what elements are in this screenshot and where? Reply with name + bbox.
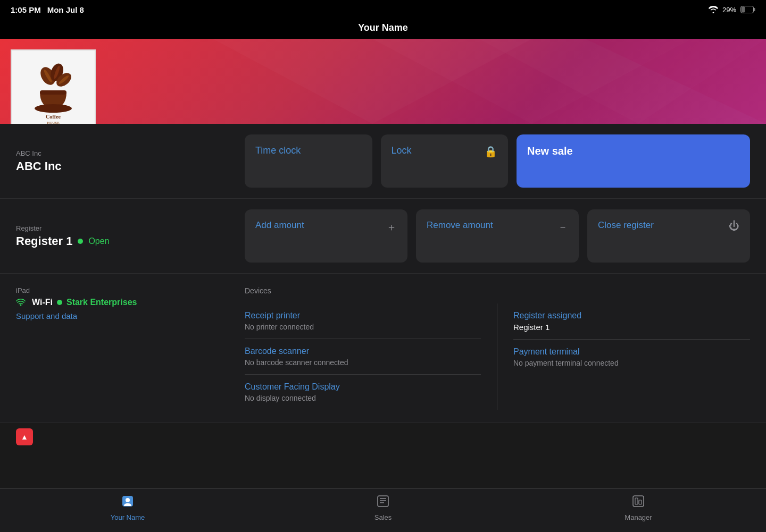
barcode-scanner-status: No barcode scanner connected: [245, 358, 481, 367]
customer-display-name[interactable]: Customer Facing Display: [245, 382, 481, 392]
action-tiles: Time clock Lock 🔒 New sale: [245, 134, 750, 188]
ipad-label: iPad: [16, 286, 229, 294]
nav-sales-label: Sales: [374, 513, 392, 521]
svg-rect-26: [639, 500, 642, 504]
svg-rect-20: [378, 496, 388, 506]
register-label: Register: [16, 224, 229, 232]
register-name-row: Register 1 Open: [16, 234, 229, 248]
devices-title: Devices: [245, 286, 750, 295]
nav-manager-label: Manager: [625, 513, 652, 521]
partial-bottom-item: ▲: [0, 423, 766, 451]
svg-point-15: [35, 104, 72, 113]
customer-display-item: Customer Facing Display No display conne…: [245, 375, 481, 410]
time-clock-tile[interactable]: Time clock: [245, 134, 372, 188]
wifi-row: Wi-Fi Stark Enterprises: [16, 298, 229, 307]
register-status-open: Open: [88, 237, 109, 246]
devices-grid: Devices Receipt printer No printer conne…: [245, 286, 750, 410]
wifi-status-icon: [16, 299, 26, 306]
register-tiles: Add amount ＋ Remove amount － Close regis…: [245, 209, 750, 263]
business-logo: Coffee HOUSE: [11, 49, 96, 124]
svg-rect-14: [40, 90, 66, 95]
nav-manager[interactable]: Manager: [511, 494, 766, 521]
devices-columns: Receipt printer No printer connected Bar…: [245, 303, 750, 410]
remove-amount-tile[interactable]: Remove amount －: [416, 209, 579, 263]
svg-rect-1: [754, 8, 755, 11]
register-assigned-name[interactable]: Register assigned: [513, 311, 750, 320]
business-label: ABC Inc: [16, 149, 229, 157]
svg-text:Coffee: Coffee: [46, 114, 61, 120]
register-status-dot: [78, 239, 83, 244]
battery-percent: 29%: [722, 6, 736, 14]
register-name: Register 1: [16, 234, 72, 248]
banner: Coffee HOUSE: [0, 39, 766, 124]
your-name-icon: [121, 494, 135, 511]
receipt-printer-status: No printer connected: [245, 323, 481, 331]
svg-rect-24: [633, 496, 644, 506]
close-register-tile[interactable]: Close register ⏻: [587, 209, 750, 263]
bottom-nav: Your Name Sales Manager: [0, 488, 766, 532]
add-amount-label: Add amount: [255, 220, 304, 231]
status-icons: 29%: [709, 6, 755, 14]
customer-display-status: No display connected: [245, 394, 481, 402]
close-register-label: Close register: [598, 220, 654, 231]
coffee-logo-svg: Coffee HOUSE: [19, 57, 88, 124]
devices-left-col: Receipt printer No printer connected Bar…: [245, 303, 497, 410]
manager-icon: [631, 494, 645, 511]
register-section: Register Register 1 Open Add amount ＋ Re…: [0, 199, 766, 274]
support-link[interactable]: Support and data: [16, 311, 229, 320]
receipt-printer-name[interactable]: Receipt printer: [245, 311, 481, 320]
payment-terminal-name[interactable]: Payment terminal: [513, 347, 750, 357]
nav-your-name[interactable]: Your Name: [0, 494, 255, 521]
business-info: ABC Inc ABC Inc: [16, 149, 229, 173]
status-bar: 1:05 PM Mon Jul 8 29%: [0, 0, 766, 19]
barcode-scanner-name[interactable]: Barcode scanner: [245, 347, 481, 356]
time-clock-label: Time clock: [255, 145, 301, 156]
ipad-info: iPad Wi-Fi Stark Enterprises Support and…: [16, 286, 229, 410]
register-assigned-value: Register 1: [513, 323, 750, 332]
lock-tile[interactable]: Lock 🔒: [381, 134, 509, 188]
lock-label: Lock: [392, 145, 412, 156]
status-date: Mon Jul 8: [47, 5, 84, 14]
payment-terminal-status: No payment terminal connected: [513, 359, 750, 367]
sales-icon: [376, 494, 390, 511]
page-title: Your Name: [0, 22, 766, 33]
wifi-dot: [57, 300, 62, 305]
lock-icon: 🔒: [484, 145, 497, 158]
remove-amount-label: Remove amount: [427, 220, 493, 231]
wifi-label: Wi-Fi: [32, 298, 53, 307]
new-sale-tile[interactable]: New sale: [517, 134, 750, 188]
devices-right-col: Register assigned Register 1 Payment ter…: [497, 303, 750, 410]
svg-rect-25: [635, 498, 638, 504]
wifi-network: Stark Enterprises: [66, 298, 137, 307]
business-name: ABC Inc: [16, 159, 229, 173]
battery-icon: [740, 6, 755, 13]
receipt-printer-item: Receipt printer No printer connected: [245, 303, 481, 339]
devices-section: iPad Wi-Fi Stark Enterprises Support and…: [0, 274, 766, 423]
new-sale-label: New sale: [527, 145, 573, 157]
svg-point-19: [126, 498, 130, 502]
payment-terminal-item: Payment terminal No payment terminal con…: [513, 340, 750, 375]
svg-rect-2: [742, 7, 745, 13]
register-assigned-item: Register assigned Register 1: [513, 303, 750, 340]
title-bar: Your Name: [0, 19, 766, 39]
partial-icon: ▲: [16, 428, 33, 445]
power-icon: ⏻: [729, 220, 739, 232]
add-icon: ＋: [386, 220, 397, 234]
wifi-icon: [709, 6, 718, 13]
svg-text:HOUSE: HOUSE: [47, 121, 59, 124]
nav-sales[interactable]: Sales: [255, 494, 511, 521]
nav-your-name-label: Your Name: [111, 513, 145, 521]
business-section: ABC Inc ABC Inc Time clock Lock 🔒 New sa…: [0, 124, 766, 199]
status-time: 1:05 PM: [11, 5, 41, 14]
add-amount-tile[interactable]: Add amount ＋: [245, 209, 407, 263]
register-info: Register Register 1 Open: [16, 224, 229, 248]
banner-pattern: [0, 39, 766, 124]
barcode-scanner-item: Barcode scanner No barcode scanner conne…: [245, 339, 481, 375]
minus-icon: －: [557, 220, 568, 234]
